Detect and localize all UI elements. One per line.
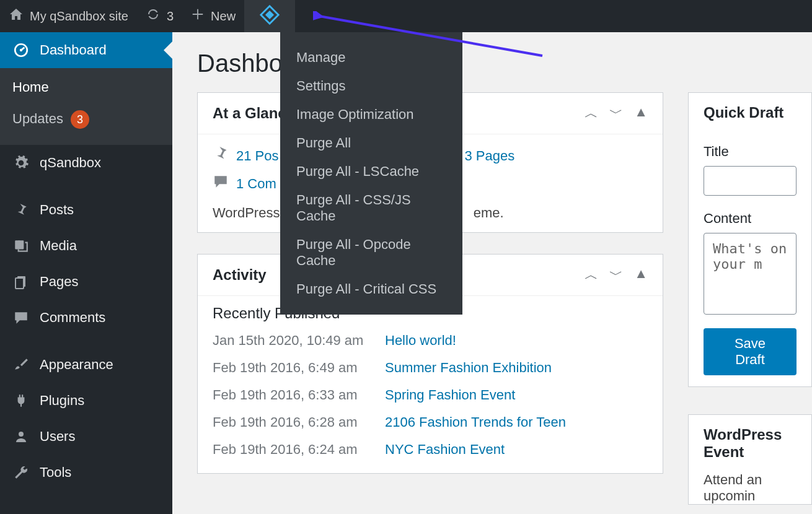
new-content[interactable]: New [182,0,244,32]
comment-icon [213,173,229,194]
litespeed-dropdown: Manage Settings Image Optimization Purge… [280,32,462,315]
plus-icon [191,7,205,25]
quickdraft-heading: Quick Draft [704,104,783,121]
refresh-icon [146,7,161,25]
sidebar-item-appearance[interactable]: Appearance [0,347,172,383]
sidebar-label: Media [40,238,77,254]
activity-list: Jan 15th 2020, 10:49 amHello world! Feb … [198,327,663,473]
dd-purge-cssjs[interactable]: Purge All - CSS/JS Cache [280,186,462,230]
sidebar-item-users[interactable]: Users [0,419,172,455]
sidebar-submenu: Home Updates 3 [0,68,172,145]
activity-row: Jan 15th 2020, 10:49 amHello world! [213,327,648,354]
svg-point-6 [19,432,24,437]
pages-icon [12,274,30,289]
post-link[interactable]: Spring Fashion Event [385,387,515,403]
home-icon [9,7,24,25]
sidebar-label: Plugins [40,393,84,409]
chevron-up-icon[interactable]: ︿ [585,104,598,123]
wrench-icon [12,464,30,481]
triangle-up-icon[interactable]: ▲ [634,266,648,284]
glance-posts[interactable]: 21 Pos [213,146,279,166]
glance-heading: At a Glanc [213,105,286,122]
new-label: New [211,9,236,24]
admin-bar: My qSandbox site 3 New [0,0,812,32]
svg-rect-5 [15,278,24,289]
glance-comments[interactable]: 1 Com [213,173,276,194]
dd-manage[interactable]: Manage [280,43,462,72]
pin-icon [213,146,229,166]
media-icon [12,238,30,254]
sidebar-label: Pages [40,274,78,290]
litespeed-menu-trigger[interactable] [244,0,295,32]
dd-purge-lscache[interactable]: Purge All - LSCache [280,157,462,186]
sidebar-label: Appearance [40,357,113,373]
sidebar-label: Posts [40,202,74,218]
admin-sidebar: Dashboard Home Updates 3 qSandbox Posts … [0,32,172,514]
plug-icon [12,393,30,409]
chevron-down-icon[interactable]: ﹀ [609,266,623,284]
sidebar-label: qSandbox [40,155,101,171]
sidebar-item-dashboard[interactable]: Dashboard [0,32,172,68]
site-name: My qSandbox site [30,9,128,24]
activity-row: Feb 19th 2016, 6:24 amNYC Fashion Event [213,436,648,463]
updates-count: 3 [167,9,174,24]
site-switcher[interactable]: My qSandbox site [0,0,137,32]
sidebar-sub-updates[interactable]: Updates 3 [0,103,172,136]
sidebar-label: Dashboard [40,42,107,58]
save-draft-button[interactable]: Save Draft [704,328,797,375]
updates-indicator[interactable]: 3 [137,0,182,32]
sidebar-label: Tools [40,464,71,481]
qd-content-label: Content [704,211,797,227]
chevron-up-icon[interactable]: ︿ [585,266,598,284]
dd-purge-criticalcss[interactable]: Purge All - Critical CSS [280,275,462,303]
sidebar-label: Users [40,429,75,445]
sidebar-item-comments[interactable]: Comments [0,300,172,336]
post-link[interactable]: 2106 Fashion Trends for Teen [385,414,566,430]
comment-icon [12,310,30,326]
sidebar-item-media[interactable]: Media [0,228,172,264]
triangle-up-icon[interactable]: ▲ [634,104,648,123]
litespeed-icon [259,4,280,28]
events-heading: WordPress Event [704,426,797,461]
updates-badge: 3 [71,110,89,129]
qd-title-label: Title [704,144,797,160]
svg-point-2 [20,49,22,51]
dashboard-icon [12,42,30,58]
activity-heading: Activity [213,266,267,284]
activity-row: Feb 19th 2016, 6:28 am2106 Fashion Trend… [213,409,648,436]
main-content: Dashbo At a Glanc ︿ ﹀ ▲ [172,32,812,514]
postbox-header: Quick Draft [689,93,811,133]
dd-purge-opcode[interactable]: Purge All - Opcode Cache [280,230,462,275]
user-icon [12,429,30,444]
sidebar-item-posts[interactable]: Posts [0,192,172,228]
postbox-events: WordPress Event Attend an upcomin [688,414,812,505]
sidebar-item-tools[interactable]: Tools [0,455,172,490]
sidebar-sub-home[interactable]: Home [0,72,172,103]
qd-title-input[interactable] [704,166,797,196]
sidebar-item-qsandbox[interactable]: qSandbox [0,145,172,181]
post-link[interactable]: Hello world! [385,333,456,349]
chevron-down-icon[interactable]: ﹀ [609,104,623,123]
brush-icon [12,357,30,373]
postbox-header: WordPress Event [689,415,811,472]
dd-purge-all[interactable]: Purge All [280,129,462,157]
activity-row: Feb 19th 2016, 6:33 amSpring Fashion Eve… [213,381,648,409]
pin-icon [12,203,30,217]
qd-content-textarea[interactable] [704,233,797,315]
postbox-quickdraft: Quick Draft Title Content Save Draft [688,92,812,387]
gear-icon [12,155,30,171]
sidebar-item-plugins[interactable]: Plugins [0,383,172,419]
post-link[interactable]: NYC Fashion Event [385,442,505,458]
dd-image-optimization[interactable]: Image Optimization [280,100,462,129]
activity-row: Feb 19th 2016, 6:49 amSummer Fashion Exh… [213,354,648,381]
sidebar-label: Comments [40,310,105,326]
post-link[interactable]: Summer Fashion Exhibition [385,360,552,376]
glance-pages[interactable]: 3 Pages [465,146,515,166]
sidebar-item-pages[interactable]: Pages [0,264,172,300]
dd-settings[interactable]: Settings [280,72,462,100]
events-text: Attend an upcomin [689,472,811,504]
